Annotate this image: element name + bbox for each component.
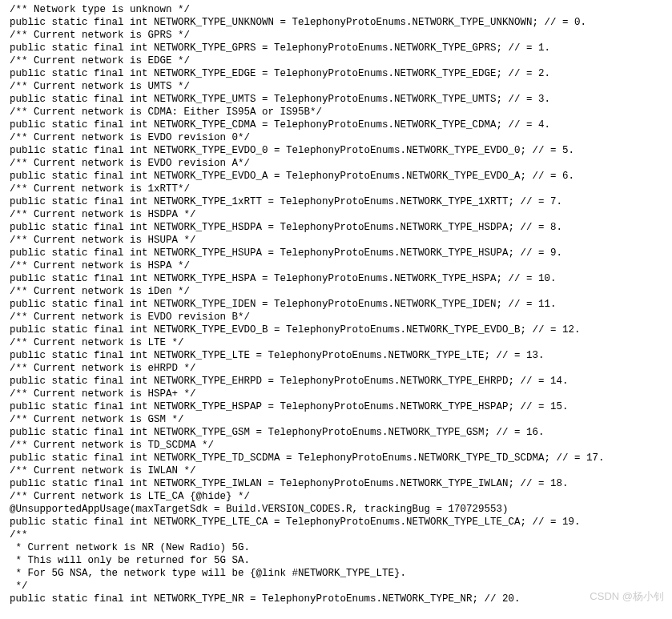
code-line: public static final int NETWORK_TYPE_EVD… <box>10 170 662 183</box>
code-line: /** Current network is HSPA */ <box>10 259 662 272</box>
code-line: public static final int NETWORK_TYPE_HSP… <box>10 272 662 285</box>
code-line: /** Current network is HSPA+ */ <box>10 388 662 400</box>
code-line: public static final int NETWORK_TYPE_CDM… <box>10 119 662 131</box>
code-line: public static final int NETWORK_TYPE_EVD… <box>10 144 662 157</box>
code-line: /** Current network is HSUPA */ <box>10 234 662 247</box>
code-line: public static final int NETWORK_TYPE_GSM… <box>10 426 662 439</box>
code-line: public static final int NETWORK_TYPE_EDG… <box>10 67 662 80</box>
code-line: public static final int NETWORK_TYPE_NR … <box>10 593 662 605</box>
code-line: public static final int NETWORK_TYPE_LTE… <box>10 349 662 362</box>
code-line: public static final int NETWORK_TYPE_1xR… <box>10 195 662 208</box>
code-line: */ <box>10 580 662 593</box>
code-line: public static final int NETWORK_TYPE_HSD… <box>10 221 662 234</box>
code-line: public static final int NETWORK_TYPE_TD_… <box>10 452 662 464</box>
code-line: /** Current network is TD_SCDMA */ <box>10 439 662 452</box>
code-line: /** Current network is EDGE */ <box>10 54 662 67</box>
code-line: public static final int NETWORK_TYPE_GPR… <box>10 42 662 54</box>
code-block: /** Network type is unknown */public sta… <box>10 3 662 605</box>
code-line: public static final int NETWORK_TYPE_UNK… <box>10 16 662 29</box>
code-line: @UnsupportedAppUsage(maxTargetSdk = Buil… <box>10 503 662 516</box>
code-line: * Current network is NR (New Radio) 5G. <box>10 541 662 554</box>
code-line: /** Current network is GSM */ <box>10 413 662 426</box>
code-line: public static final int NETWORK_TYPE_EHR… <box>10 375 662 388</box>
code-line: /** Current network is EVDO revision 0*/ <box>10 131 662 144</box>
code-line: /** Current network is iDen */ <box>10 285 662 298</box>
code-line: /** Current network is EVDO revision B*/ <box>10 311 662 324</box>
code-line: public static final int NETWORK_TYPE_HSP… <box>10 400 662 413</box>
code-line: /** Current network is LTE */ <box>10 336 662 349</box>
code-line: public static final int NETWORK_TYPE_EVD… <box>10 324 662 336</box>
code-line: /** Current network is IWLAN */ <box>10 464 662 477</box>
code-line: * This will only be returned for 5G SA. <box>10 554 662 567</box>
code-line: /** Current network is HSDPA */ <box>10 208 662 221</box>
code-line: public static final int NETWORK_TYPE_IWL… <box>10 477 662 490</box>
code-line: /** Network type is unknown */ <box>10 3 662 16</box>
code-line: /** Current network is LTE_CA {@hide} */ <box>10 490 662 503</box>
code-line: public static final int NETWORK_TYPE_IDE… <box>10 298 662 311</box>
code-line: /** Current network is EVDO revision A*/ <box>10 157 662 170</box>
code-line: /** Current network is 1xRTT*/ <box>10 183 662 195</box>
code-line: * For 5G NSA, the network type will be {… <box>10 567 662 580</box>
code-line: public static final int NETWORK_TYPE_LTE… <box>10 516 662 529</box>
code-line: public static final int NETWORK_TYPE_UMT… <box>10 93 662 106</box>
code-line: public static final int NETWORK_TYPE_HSU… <box>10 247 662 259</box>
code-line: /** Current network is eHRPD */ <box>10 362 662 375</box>
code-line: /** Current network is UMTS */ <box>10 80 662 93</box>
code-line: /** Current network is GPRS */ <box>10 29 662 42</box>
code-line: /** Current network is CDMA: Either IS95… <box>10 106 662 119</box>
code-line: /** <box>10 529 662 541</box>
